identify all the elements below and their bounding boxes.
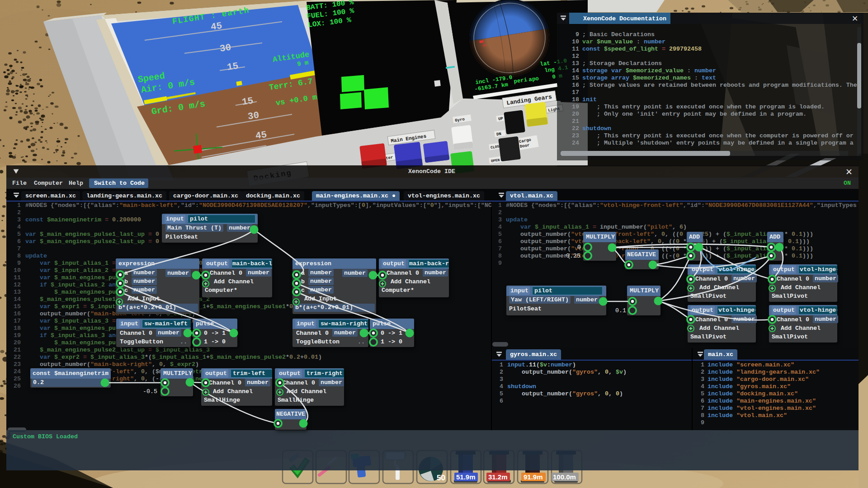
svg-text:50: 50 (437, 474, 445, 482)
svg-text:15: 15 (226, 61, 239, 72)
svg-text:31.2m: 31.2m (488, 473, 508, 481)
svg-text:30: 30 (219, 42, 231, 54)
svg-text:15: 15 (241, 95, 254, 107)
svg-text:45: 45 (255, 129, 267, 141)
svg-text:45: 45 (210, 20, 222, 32)
svg-text:100.0m: 100.0m (553, 473, 576, 481)
svg-text:UP: UP (498, 117, 504, 122)
svg-text:30: 30 (247, 110, 259, 122)
svg-text:91.9m: 91.9m (524, 473, 543, 481)
svg-text:MG: MG (482, 43, 487, 47)
svg-text:51.9m: 51.9m (456, 473, 476, 481)
svg-text:DN: DN (496, 132, 502, 137)
